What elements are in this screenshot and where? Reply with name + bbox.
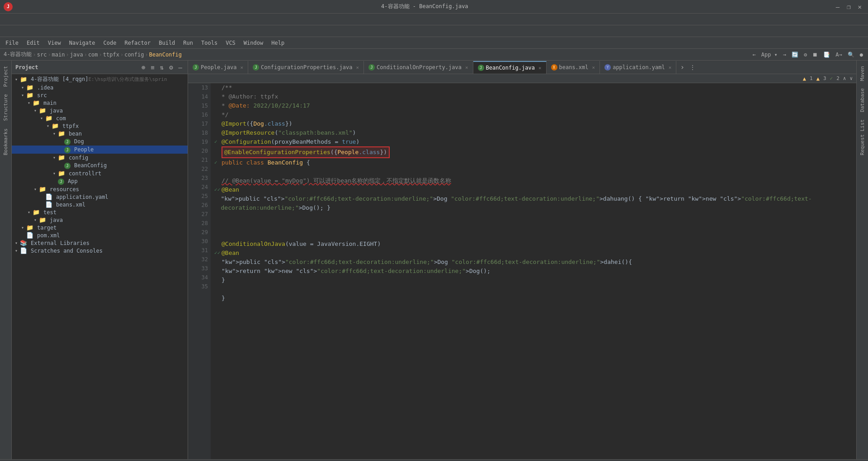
- breadcrumb-item-3[interactable]: java: [70, 52, 83, 58]
- tree-item[interactable]: ▾📁bean: [12, 130, 188, 137]
- toolbar-icon-3[interactable]: 🔄: [790, 51, 800, 58]
- toolbar-icon-7[interactable]: A→: [834, 51, 843, 58]
- menu-item-file[interactable]: File: [2, 39, 22, 47]
- menu-item-tools[interactable]: Tools: [198, 39, 221, 47]
- tree-item[interactable]: ▾📁config: [12, 154, 188, 161]
- toolbar-icon-2[interactable]: →: [782, 51, 788, 58]
- breadcrumb-item-6[interactable]: config: [124, 52, 144, 58]
- tree-item-icon: 📄: [20, 247, 29, 254]
- toolbar-icon-9[interactable]: ●: [859, 51, 864, 58]
- menu-item-code[interactable]: Code: [100, 39, 120, 47]
- tree-item[interactable]: ▾📁java: [12, 216, 188, 224]
- tree-item[interactable]: ▾📄Scratches and Consoles: [12, 247, 188, 254]
- editor-tab-BeanConfigjava[interactable]: JBeanConfig.java×: [473, 61, 547, 74]
- line-number: 25: [188, 192, 208, 201]
- menu-item-vcs[interactable]: VCS: [222, 39, 239, 47]
- tab-close-btn[interactable]: ×: [538, 65, 542, 71]
- expand-btn[interactable]: ⇅: [158, 63, 165, 72]
- menu-item-help[interactable]: Help: [268, 39, 288, 47]
- breadcrumb-item-4[interactable]: com: [88, 52, 98, 58]
- code-line: [214, 230, 856, 240]
- tree-item[interactable]: JPeople: [12, 146, 188, 154]
- tabs-menu-btn[interactable]: ⋮: [688, 64, 697, 71]
- tab-close-btn[interactable]: ×: [465, 65, 468, 71]
- editor-tab-beansxml[interactable]: Xbeans.xml×: [547, 61, 600, 74]
- breadcrumb-item-2[interactable]: main: [52, 52, 65, 58]
- tree-item[interactable]: ▾📁com: [12, 114, 188, 122]
- new-file-btn[interactable]: ⊕: [140, 63, 147, 72]
- toolbar-icon-0[interactable]: ←: [751, 51, 757, 58]
- right-edge-panel: Maven Database Request List: [856, 61, 868, 459]
- editor-tab-ConfigurationPropertiesjava[interactable]: JConfigurationProperties.java×: [248, 61, 364, 74]
- hide-panel-btn[interactable]: —: [177, 63, 184, 72]
- editor-tab-applicationyaml[interactable]: Yapplication.yaml×: [600, 61, 676, 74]
- tab-close-btn[interactable]: ×: [356, 65, 359, 71]
- tree-item[interactable]: JDog: [12, 137, 188, 146]
- tree-item[interactable]: ▾📁controllrt: [12, 169, 188, 177]
- request-list-tab[interactable]: Request List: [858, 116, 867, 159]
- tab-close-btn[interactable]: ×: [240, 65, 243, 71]
- nav-up-btn[interactable]: ∧: [843, 75, 846, 81]
- menu-item-edit[interactable]: Edit: [23, 39, 43, 47]
- line-number: 14: [188, 92, 208, 101]
- more-tabs-btn[interactable]: ›: [676, 63, 688, 71]
- toolbar-icon-6[interactable]: 📑: [822, 51, 831, 58]
- menu-item-build[interactable]: Build: [155, 39, 179, 47]
- collapse-all-btn[interactable]: ≡: [149, 63, 156, 72]
- tree-item-label: Scratches and Consoles: [31, 248, 103, 254]
- toolbar-icon-5[interactable]: ⏹: [811, 51, 819, 58]
- tree-item[interactable]: 📄beans.xml: [12, 201, 188, 208]
- maven-tab[interactable]: Maven: [858, 62, 867, 85]
- tree-item[interactable]: ▾📁target: [12, 224, 188, 231]
- editor-tab-ConditionalOnPropertyjava[interactable]: JConditionalOnProperty.java×: [364, 61, 473, 74]
- tree-item[interactable]: ▾📁src: [12, 91, 188, 99]
- menu-item-window[interactable]: Window: [240, 39, 267, 47]
- menu-item-refactor[interactable]: Refactor: [121, 39, 154, 47]
- tree-item[interactable]: ▾📚External Libraries: [12, 239, 188, 247]
- settings-btn[interactable]: ⚙: [167, 63, 175, 72]
- editor-tab-Peoplejava[interactable]: JPeople.java×: [188, 61, 248, 74]
- tree-item[interactable]: 📄pom.xml: [12, 231, 188, 239]
- database-tab[interactable]: Database: [858, 85, 867, 116]
- menu-item-view[interactable]: View: [44, 39, 65, 47]
- breadcrumb-item-5[interactable]: ttpfx: [103, 52, 119, 58]
- code-content: * @Author: ttpfx: [222, 92, 278, 101]
- tree-item[interactable]: ▾📁resources: [12, 185, 188, 193]
- project-tab[interactable]: Project: [1, 62, 10, 90]
- tree-item[interactable]: ▾📁main: [12, 99, 188, 107]
- tab-label: BeanConfig.java: [486, 65, 535, 71]
- tab-close-btn[interactable]: ×: [592, 65, 595, 71]
- menu-item-run[interactable]: Run: [179, 39, 197, 47]
- tree-item-label: test: [43, 209, 57, 216]
- tree-arrow: ▾: [14, 248, 19, 253]
- restore-button[interactable]: ❐: [844, 2, 853, 11]
- breadcrumb-separator: ›: [99, 52, 102, 58]
- minimize-button[interactable]: —: [833, 2, 842, 11]
- menu-item-navigate[interactable]: Navigate: [66, 39, 99, 47]
- code-content: [222, 212, 225, 221]
- code-line: ✓✓ @Bean: [214, 185, 856, 194]
- nav-down-btn[interactable]: ∨: [849, 75, 853, 81]
- toolbar-icon-1[interactable]: App ▾: [760, 51, 779, 58]
- breadcrumb-item-1[interactable]: src: [37, 52, 47, 58]
- tree-item[interactable]: JBeanConfig: [12, 161, 188, 169]
- tree-item[interactable]: ▾📁4-容器功能 [4_rqgn] E:\hsp培训\分布式微服务\sprin: [12, 75, 188, 84]
- tree-item[interactable]: ▾📁java: [12, 107, 188, 114]
- line-number: 15: [188, 101, 208, 110]
- breadcrumb-item-7[interactable]: BeanConfig: [149, 52, 182, 58]
- tree-arrow: ▾: [14, 77, 19, 82]
- tree-item[interactable]: ▾📁test: [12, 208, 188, 216]
- toolbar-icon-4[interactable]: ⚙: [802, 51, 808, 58]
- code-editor[interactable]: /** * @Author: ttpfx * @Date: 2022/10/22…: [211, 83, 856, 459]
- tree-item[interactable]: ▾📁ttpfx: [12, 122, 188, 130]
- code-content: [222, 167, 225, 176]
- toolbar-icon-8[interactable]: 🔍: [846, 51, 856, 58]
- structure-tab[interactable]: Structure: [1, 90, 10, 125]
- tree-item[interactable]: 📄application.yaml: [12, 193, 188, 201]
- tree-item[interactable]: JApp: [12, 177, 188, 185]
- close-button[interactable]: ✕: [855, 2, 864, 11]
- bookmarks-tab[interactable]: Bookmarks: [1, 125, 10, 159]
- tree-item[interactable]: ▾📁.idea: [12, 84, 188, 91]
- breadcrumb-item-0[interactable]: 4-容器功能: [4, 51, 32, 58]
- tab-close-btn[interactable]: ×: [669, 65, 672, 71]
